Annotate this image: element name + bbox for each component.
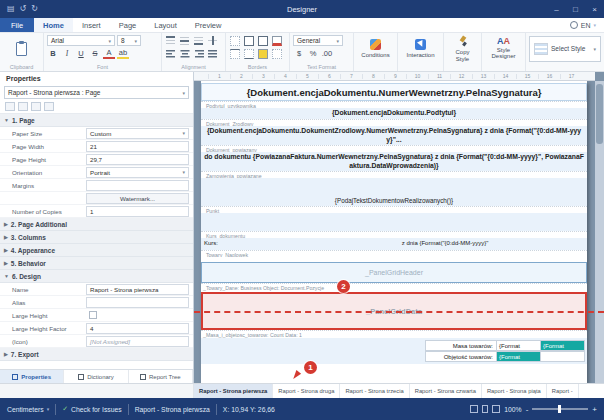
categorized-view-icon[interactable] — [5, 102, 15, 111]
design-canvas[interactable]: {Dokument.encjaDokumentu.NumerWewnetrzny… — [194, 72, 604, 383]
tab-dictionary[interactable]: Dictionary — [64, 370, 128, 383]
large-height-factor-input[interactable]: 4 — [86, 323, 189, 334]
multiple-pages-view-icon[interactable] — [492, 405, 500, 413]
fill-color-icon[interactable] — [257, 48, 269, 59]
border-bottom-icon[interactable] — [243, 48, 255, 59]
align-top-icon[interactable] — [165, 35, 177, 46]
band-kurs-label[interactable]: _Kurs_dokumentu — [201, 231, 587, 238]
style-designer-button[interactable]: Style Designer — [485, 35, 522, 63]
zamowienia-band[interactable]: {PodajTekstDokumentowRealizowanych()} — [201, 178, 587, 206]
tab-page[interactable]: Page — [110, 18, 146, 32]
align-bottom-icon[interactable] — [193, 35, 205, 46]
tab-preview[interactable]: Preview — [186, 18, 231, 32]
large-height-checkbox[interactable] — [89, 311, 97, 319]
zoom-in-button[interactable]: + — [592, 405, 597, 414]
single-page-view-icon[interactable] — [470, 405, 478, 413]
text-rotate-icon[interactable] — [207, 35, 219, 46]
zoom-slider-thumb[interactable] — [558, 405, 561, 413]
section-export[interactable]: ▶ 7. Export — [0, 348, 193, 361]
vertical-scrollbar[interactable] — [595, 81, 604, 383]
alias-input[interactable] — [86, 297, 189, 308]
name-input[interactable]: Raport - Strona pierwsza — [86, 284, 189, 295]
orientation-select[interactable]: Portrait ▾ — [86, 167, 189, 178]
tab-insert[interactable]: Insert — [73, 18, 110, 32]
italic-button[interactable]: I — [61, 48, 73, 59]
border-outer-icon[interactable] — [257, 35, 269, 46]
align-center-icon[interactable] — [179, 48, 191, 59]
section-design[interactable]: ▼ 6. Design — [0, 270, 193, 283]
page-tab-6[interactable]: Raport - — [547, 384, 579, 398]
interaction-button[interactable]: Interaction — [401, 35, 440, 63]
section-appearance[interactable]: ▶ 4. Appearance — [0, 244, 193, 257]
band-masa-label[interactable]: _Masa_i_objetosc_towarow: Count Data: 1 — [201, 330, 587, 338]
margins-input[interactable] — [86, 180, 189, 191]
masa-value2-cell[interactable]: {Format — [541, 340, 585, 351]
border-none-icon[interactable] — [229, 35, 241, 46]
page-width-input[interactable]: 21 — [86, 141, 189, 152]
empty-cell[interactable] — [541, 351, 585, 362]
minimize-button[interactable]: – — [547, 0, 566, 18]
objetosc-label-cell[interactable]: Objętość towarów: — [425, 351, 497, 362]
page-height-input[interactable]: 29,7 — [86, 154, 189, 165]
check-issues-button[interactable]: ✓ Check for Issues — [62, 405, 122, 413]
band-podtytul-label[interactable]: _Podtytul_uzytkownika — [201, 101, 587, 108]
currency-format-button[interactable]: $ — [293, 48, 305, 59]
paper-size-select[interactable]: Custom ▾ — [86, 128, 189, 139]
copy-style-button[interactable]: Copy Style — [447, 35, 478, 63]
page-tab-1[interactable]: Raport - Strona pierwsza — [194, 384, 273, 398]
save-icon[interactable]: ▤ — [7, 0, 15, 18]
icon-input[interactable]: [Not Assigned] — [86, 336, 189, 347]
section-behavior[interactable]: ▶ 5. Behavior — [0, 257, 193, 270]
section-columns[interactable]: ▶ 3. Columns — [0, 231, 193, 244]
band-dokument-powiazany-label[interactable]: _Dokument_powiazany — [201, 145, 587, 152]
redo-icon[interactable]: ↻ — [31, 0, 38, 18]
page-tab-4[interactable]: Raport - Strona czwarta — [410, 384, 482, 398]
dokument-powiazany-textbox[interactable]: do dokumentu {PowiazanaFaktura.NumerWewn… — [201, 152, 587, 171]
punkt-band[interactable] — [201, 213, 587, 231]
file-menu-button[interactable]: File — [0, 18, 34, 32]
underline-button[interactable]: U — [75, 48, 87, 59]
border-top-icon[interactable] — [229, 48, 241, 59]
band-towary-dane-label[interactable]: _Towary_Dane: Business Object: Document.… — [201, 283, 587, 292]
band-zamowienia-label[interactable]: _Zamowienia_powiazane — [201, 171, 587, 178]
section-page[interactable]: ▼ 1. Page — [0, 114, 193, 127]
tab-properties[interactable]: Properties — [0, 370, 64, 383]
font-color-button[interactable]: A — [103, 48, 115, 59]
selected-object-select[interactable]: Raport - Strona pierwsza : Page ▾ — [4, 86, 189, 99]
bold-button[interactable]: B — [47, 48, 59, 59]
border-style-icon[interactable] — [271, 48, 283, 59]
masa-value-cell[interactable]: {Format — [497, 340, 541, 351]
font-name-select[interactable]: Arial ▾ — [47, 35, 115, 46]
objetosc-value-cell[interactable]: {Format — [497, 351, 541, 362]
language-selector[interactable]: EN ▾ — [562, 18, 604, 32]
align-justify-icon[interactable] — [207, 48, 219, 59]
highlight-color-button[interactable]: ab — [117, 48, 129, 59]
panel-grid-header[interactable]: _PanelGridHeader — [201, 262, 587, 283]
zoom-out-button[interactable]: - — [526, 405, 529, 414]
page-tab-5[interactable]: Raport - Strona piąta — [482, 384, 547, 398]
page-tab-2[interactable]: Raport - Strona druga — [273, 384, 340, 398]
percent-format-button[interactable]: % — [307, 48, 319, 59]
continuous-view-icon[interactable] — [482, 405, 488, 413]
zoom-slider[interactable] — [532, 408, 588, 410]
conditions-button[interactable]: Conditions — [357, 35, 394, 63]
settings-icon[interactable] — [44, 102, 54, 111]
maximize-button[interactable]: □ — [566, 0, 585, 18]
masa-band[interactable]: Masa towarów: {Format {Format Objętość t… — [201, 338, 587, 364]
alphabetical-view-icon[interactable] — [18, 102, 28, 111]
paste-button[interactable] — [3, 35, 40, 63]
report-title-textbox[interactable]: {Dokument.encjaDokumentu.NumerWewnetrzny… — [201, 83, 587, 101]
tab-layout[interactable]: Layout — [145, 18, 186, 32]
watermark-button[interactable]: Watermark... — [86, 193, 189, 204]
align-left-icon[interactable] — [165, 48, 177, 59]
kurs-caption-textbox[interactable]: Kurs: — [204, 240, 218, 246]
tab-home[interactable]: Home — [34, 18, 73, 32]
section-page-additional[interactable]: ▶ 2. Page Additional — [0, 218, 193, 231]
podtytul-textbox[interactable]: {Dokument.encjaDokumentu.Podtytul} — [201, 108, 587, 119]
strikethrough-button[interactable]: S — [89, 48, 101, 59]
kurs-band[interactable]: Kurs: z dnia {Format("{0:dd-MM-yyyy}" — [201, 238, 587, 250]
units-selector[interactable]: Centimeters ▾ — [7, 406, 49, 413]
band-punkt-label[interactable]: _Punkt — [201, 206, 587, 213]
masa-label-cell[interactable]: Masa towarów: — [425, 340, 497, 351]
dokument-zrodlowy-textbox[interactable]: {Dokument.encjaDokumentu.DokumentZrodlow… — [201, 126, 587, 145]
